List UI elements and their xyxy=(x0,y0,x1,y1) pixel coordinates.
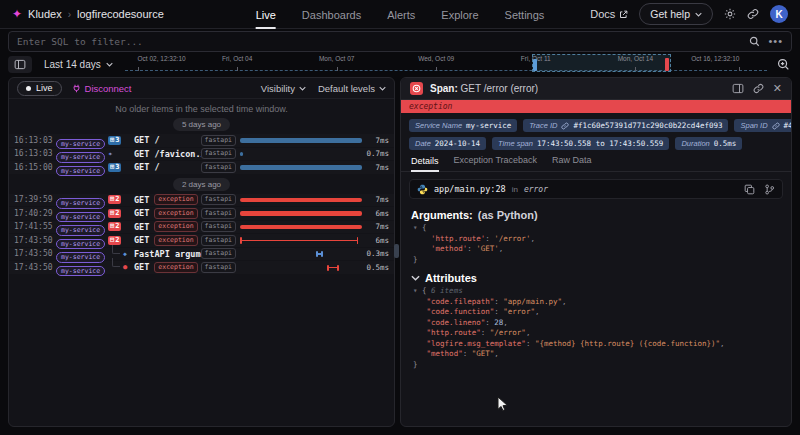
project-name[interactable]: logfirecodesource xyxy=(77,8,164,20)
disconnect-button[interactable]: Disconnect xyxy=(72,83,132,94)
top-bar: ✦ Kludex › logfirecodesource LiveDashboa… xyxy=(0,0,800,29)
avatar[interactable]: K xyxy=(770,5,788,23)
copy-icon[interactable] xyxy=(744,184,755,195)
visibility-dropdown[interactable]: Visibility xyxy=(261,83,306,94)
default-levels-label: Default levels xyxy=(318,83,375,94)
code-token: 'method' xyxy=(431,244,467,253)
get-help-button[interactable]: Get help xyxy=(639,3,713,25)
service-pill: my-service xyxy=(56,166,105,177)
panel-resize-handle[interactable] xyxy=(394,244,399,258)
star-icon: ✦ xyxy=(108,150,113,158)
search-icon[interactable] xyxy=(749,36,760,47)
code-token xyxy=(413,349,427,358)
span-detail-panel: Span: GET /error (error) ✕ exception Ser… xyxy=(400,77,792,427)
span-count-badge[interactable]: ⊞3 xyxy=(108,136,121,145)
attributes-code-block: ▾ { 6 items "code.filepath": "app/main.p… xyxy=(401,285,791,372)
detail-tab-raw-data[interactable]: Raw Data xyxy=(552,155,592,171)
link-icon[interactable] xyxy=(561,122,569,130)
tab-settings[interactable]: Settings xyxy=(505,0,545,29)
time-range-dropdown[interactable]: Last 14 days xyxy=(40,59,117,70)
code-token: { xyxy=(422,286,431,295)
row-tags: exceptionfastapi xyxy=(154,208,240,219)
live-button[interactable]: Live xyxy=(17,81,62,96)
code-token: , xyxy=(494,349,499,358)
sql-filter-input[interactable] xyxy=(17,36,741,47)
span-count-badge[interactable]: ⊞2 xyxy=(108,195,121,204)
copy-link-icon[interactable] xyxy=(753,83,764,94)
span-bar-area xyxy=(240,248,362,261)
more-options-icon[interactable]: ••• xyxy=(768,36,783,47)
row-duration: 0.7ms xyxy=(362,149,389,158)
row-timestamp: 17:39:59 xyxy=(14,195,56,204)
docs-label: Docs xyxy=(590,8,615,20)
logfire-logo-icon[interactable]: ✦ xyxy=(12,8,22,20)
row-tags: exceptionfastapi xyxy=(154,235,240,246)
row-service: my-service xyxy=(56,158,108,177)
duration-bar xyxy=(240,138,362,143)
tree-connector xyxy=(112,258,120,267)
timeline-label: Oct 02, 12:32:10 xyxy=(138,55,186,62)
theme-toggle-icon[interactable] xyxy=(724,8,736,20)
source-in-word: in xyxy=(512,185,518,194)
tag-fastapi: fastapi xyxy=(201,162,236,173)
code-token: "{method} {http.route} ({code.function})… xyxy=(535,339,720,348)
tab-dashboards[interactable]: Dashboards xyxy=(302,0,361,29)
code-token: "/error" xyxy=(490,328,526,337)
meta-label: Service Name xyxy=(415,121,462,130)
duration-bar xyxy=(240,198,362,203)
tab-explore[interactable]: Explore xyxy=(441,0,478,29)
tab-live[interactable]: Live xyxy=(256,0,276,29)
bar-cr xyxy=(337,265,339,271)
chevron-down-icon xyxy=(299,86,306,91)
span-title-prefix: Span: xyxy=(430,83,458,94)
detail-tab-details[interactable]: Details xyxy=(411,156,439,172)
code-token: : xyxy=(463,349,472,358)
row-duration: 7ms xyxy=(362,222,389,231)
code-token xyxy=(413,328,427,337)
row-mid: ⊞3 xyxy=(108,136,134,145)
source-file-link[interactable]: app/main.py:28 xyxy=(434,184,506,194)
default-levels-dropdown[interactable]: Default levels xyxy=(318,83,386,94)
detail-tab-exception-traceback[interactable]: Exception Traceback xyxy=(454,155,538,171)
span-count-badge[interactable]: ⊟2 xyxy=(108,236,121,245)
sidebar-toggle-icon[interactable] xyxy=(8,56,32,73)
span-title: Span: GET /error (error) xyxy=(430,83,538,94)
group-divider: 5 days ago xyxy=(9,118,394,131)
timeline-tick xyxy=(739,67,740,71)
meta-value: 17:43:50.558 to 17:43:50.559 xyxy=(537,139,663,148)
error-level-icon xyxy=(410,82,423,95)
tag-exception: exception xyxy=(154,235,197,246)
code-token: { xyxy=(422,223,427,232)
share-link-icon[interactable] xyxy=(747,8,759,20)
git-branch-icon[interactable] xyxy=(764,184,775,195)
meta-pill-trace-id: Trace ID#f1c60e57391d771c290c0b22cd4ef09… xyxy=(523,119,728,132)
meta-value: 0.5ms xyxy=(714,139,737,148)
close-icon[interactable]: ✕ xyxy=(773,83,782,94)
meta-value: #416d30c0ccd46cd0 xyxy=(784,121,792,130)
timeline-red-marker xyxy=(665,58,669,71)
org-name[interactable]: Kludex xyxy=(28,8,62,20)
link-icon[interactable] xyxy=(772,122,780,130)
span-count-badge[interactable]: ⊞2 xyxy=(108,222,121,231)
span-count-badge[interactable]: ⊞2 xyxy=(108,209,121,218)
chevron-down-icon[interactable] xyxy=(411,275,420,281)
tag-fastapi: fastapi xyxy=(201,235,236,246)
row-mid: ✦ xyxy=(108,150,134,158)
span-bar-area xyxy=(240,261,362,274)
trace-row[interactable]: 17:43:50my-service●GET /error (error)exc… xyxy=(9,261,394,274)
tab-alerts[interactable]: Alerts xyxy=(387,0,415,29)
code-token: , xyxy=(499,244,504,253)
zoom-in-icon[interactable] xyxy=(775,58,792,71)
timeline-track[interactable]: Oct 02, 12:32:10Fri, Oct 04Mon, Oct 07We… xyxy=(125,54,767,74)
row-timestamp: 17:43:50 xyxy=(14,263,56,272)
trace-row[interactable]: 16:15:00my-service⊞3GET /fastapi7ms xyxy=(9,161,394,174)
dot-icon: ● xyxy=(123,264,127,271)
expand-icon: ⊞ xyxy=(110,163,114,172)
code-token: , xyxy=(526,328,531,337)
docs-link[interactable]: Docs xyxy=(590,8,628,20)
span-bar-area xyxy=(240,194,362,207)
dock-panel-icon[interactable] xyxy=(732,83,744,94)
tag-fastapi: fastapi xyxy=(201,208,236,219)
span-count-badge[interactable]: ⊞3 xyxy=(108,163,121,172)
code-line: ▾ { 6 items xyxy=(413,286,781,297)
